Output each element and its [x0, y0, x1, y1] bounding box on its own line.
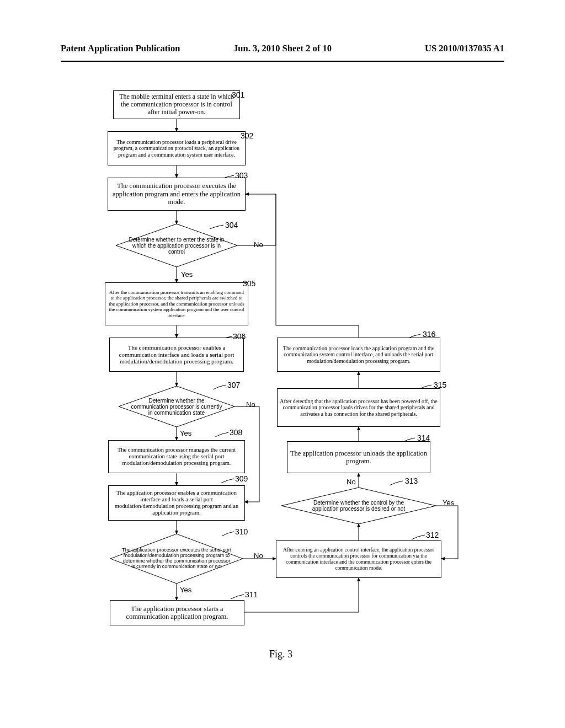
ref-311: 311 — [245, 590, 258, 599]
box-303: The communication processor executes the… — [108, 178, 246, 211]
diamond-313-text: Determine whether the control by the app… — [301, 496, 417, 515]
box-311: The application processor starts a commu… — [110, 600, 244, 625]
ref-308: 308 — [230, 428, 242, 437]
figure-caption: Fig. 3 — [269, 649, 292, 660]
box-301: The mobile terminal enters a state in wh… — [113, 90, 240, 119]
page: Patent Application Publication Jun. 3, 2… — [0, 0, 565, 728]
ref-316: 316 — [423, 330, 435, 339]
header-rule — [61, 61, 504, 62]
ref-304: 304 — [225, 221, 238, 229]
ref-302: 302 — [241, 131, 253, 140]
ref-313: 313 — [405, 477, 418, 485]
ref-315: 315 — [434, 381, 446, 389]
ref-301: 301 — [232, 90, 244, 99]
label-yes-310: Yes — [180, 586, 191, 594]
label-no-307: No — [246, 400, 255, 409]
box-309: The application processor enables a comm… — [108, 485, 245, 521]
ref-303: 303 — [235, 171, 248, 180]
box-312: After entering an application control in… — [276, 540, 441, 578]
label-yes-313: Yes — [443, 499, 454, 507]
box-316: The communication processor loads the ap… — [277, 338, 440, 372]
label-no-304: No — [254, 240, 263, 249]
ref-312: 312 — [426, 531, 439, 539]
box-315: After detecting that the application pro… — [277, 388, 440, 427]
diamond-307-text: Determine whether the communication proc… — [131, 394, 222, 419]
label-yes-304: Yes — [181, 270, 193, 279]
ref-309: 309 — [235, 474, 248, 483]
ref-310: 310 — [235, 527, 248, 536]
box-308: The communication processor manages the … — [108, 440, 245, 473]
page-header: Patent Application Publication Jun. 3, 2… — [61, 43, 504, 54]
ref-314: 314 — [417, 433, 430, 442]
box-306: The communication processor enables a co… — [109, 338, 244, 372]
box-305: After the communication processor transm… — [105, 282, 248, 325]
diamond-310-text: The application processor executes the s… — [121, 540, 232, 577]
ref-307: 307 — [227, 381, 240, 389]
header-center: Jun. 3, 2010 Sheet 2 of 10 — [61, 43, 504, 54]
box-314: The application processor unloads the ap… — [287, 441, 430, 473]
box-302: The communication processor loads a peri… — [108, 131, 246, 165]
ref-306: 306 — [233, 332, 246, 341]
ref-305: 305 — [243, 279, 255, 288]
label-yes-307: Yes — [180, 429, 191, 437]
diamond-304-text: Determine whether to enter the state in … — [127, 232, 226, 259]
label-no-310: No — [254, 552, 263, 560]
label-no-313: No — [347, 478, 356, 486]
